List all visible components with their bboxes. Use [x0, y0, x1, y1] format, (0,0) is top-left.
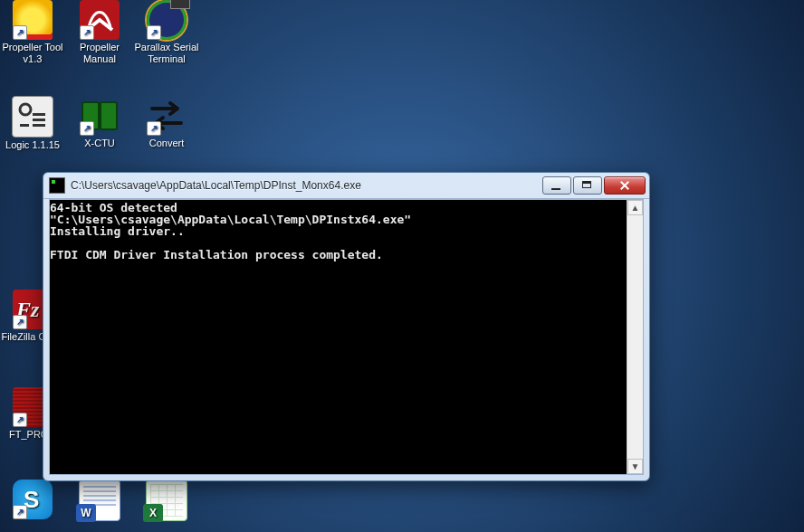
- window-title: C:\Users\csavage\AppData\Local\Temp\DPIn…: [71, 179, 542, 192]
- svg-rect-3: [33, 124, 45, 127]
- icon-label: Parallax Serial Terminal: [134, 42, 199, 65]
- scroll-track[interactable]: [627, 215, 643, 459]
- maximize-button[interactable]: [573, 176, 602, 195]
- shortcut-arrow-icon: [80, 25, 94, 40]
- pdf-icon: [80, 0, 120, 40]
- titlebar[interactable]: C:\Users\csavage\AppData\Local\Temp\DPIn…: [43, 173, 649, 199]
- convert-arrows-icon: [147, 96, 187, 136]
- shortcut-arrow-icon: [80, 121, 94, 136]
- logic-icon: [12, 96, 53, 138]
- scroll-up-button[interactable]: ▲: [627, 200, 643, 215]
- svg-point-0: [20, 104, 31, 115]
- icon-label: Convert: [134, 138, 199, 149]
- vertical-scrollbar[interactable]: ▲ ▼: [627, 200, 643, 474]
- svg-rect-4: [20, 124, 29, 127]
- shortcut-arrow-icon: [147, 121, 161, 136]
- terminal-globe-icon: [147, 0, 187, 40]
- console-line: Installing driver..: [50, 224, 185, 238]
- icon-skype[interactable]: S: [0, 480, 65, 521]
- icon-label: X-CTU: [67, 138, 132, 149]
- icon-excel-doc[interactable]: X: [134, 480, 199, 523]
- shortcut-arrow-icon: [147, 25, 161, 40]
- console-app-icon: [49, 177, 65, 194]
- icon-convert[interactable]: Convert: [134, 96, 199, 149]
- shortcut-arrow-icon: [13, 25, 27, 40]
- xctu-icon: [80, 96, 120, 136]
- icon-propeller-manual[interactable]: Propeller Manual: [67, 0, 132, 65]
- console-line: FTDI CDM Driver Installation process com…: [50, 248, 383, 261]
- excel-document-icon: X: [146, 480, 187, 521]
- icon-xctu[interactable]: X-CTU: [67, 96, 132, 149]
- icon-propeller-tool[interactable]: Propeller Tool v1.3: [0, 0, 65, 65]
- shortcut-arrow-icon: [13, 413, 27, 427]
- scroll-down-button[interactable]: ▼: [627, 459, 643, 474]
- close-button[interactable]: [604, 176, 646, 195]
- console-output[interactable]: 64-bit OS detected "C:\Users\csavage\App…: [50, 200, 627, 474]
- skype-icon: S: [13, 480, 53, 519]
- icon-parallax-serial-terminal[interactable]: Parallax Serial Terminal: [134, 0, 199, 65]
- shortcut-arrow-icon: [13, 315, 27, 329]
- icon-word-doc[interactable]: W: [67, 480, 132, 523]
- propeller-tool-icon: [13, 0, 53, 40]
- svg-rect-1: [33, 113, 45, 116]
- command-prompt-window[interactable]: C:\Users\csavage\AppData\Local\Temp\DPIn…: [43, 172, 650, 481]
- icon-label: Propeller Tool v1.3: [0, 42, 65, 65]
- icon-label: Logic 1.1.15: [0, 139, 65, 151]
- word-document-icon: W: [79, 480, 120, 521]
- window-client-area: 64-bit OS detected "C:\Users\csavage\App…: [49, 199, 644, 475]
- icon-logic[interactable]: Logic 1.1.15: [0, 96, 65, 151]
- minimize-button[interactable]: [542, 176, 571, 195]
- icon-label: Propeller Manual: [67, 42, 132, 65]
- desktop: Propeller Tool v1.3 Propeller Manual Par…: [0, 0, 804, 532]
- svg-rect-2: [33, 119, 45, 121]
- shortcut-arrow-icon: [13, 505, 27, 519]
- window-controls: [542, 176, 646, 195]
